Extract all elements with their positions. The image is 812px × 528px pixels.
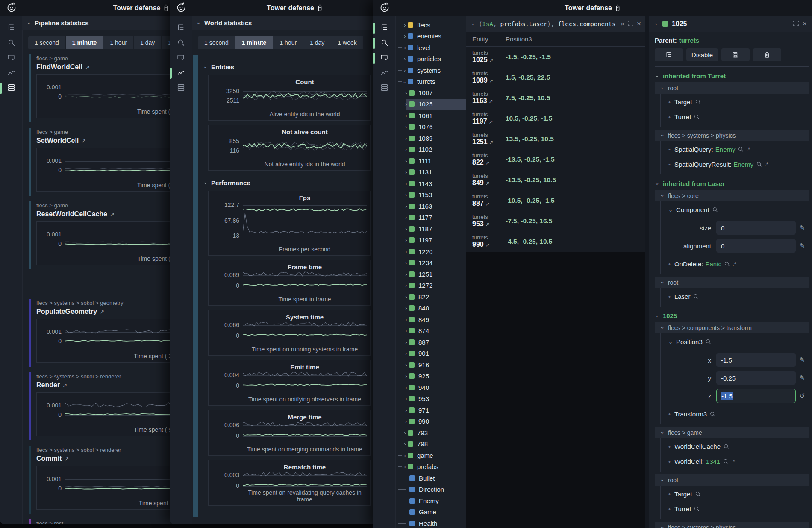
tree-item-822[interactable]: ›822 [395, 291, 466, 303]
expand-icon[interactable]: › [402, 67, 408, 74]
tree-item-Game[interactable]: Game [395, 507, 466, 518]
query-expression[interactable]: (IsA, prefabs.Laser), flecs.components [479, 21, 617, 27]
tree-item-901[interactable]: ›901 [395, 348, 466, 360]
query-icon[interactable] [377, 50, 392, 65]
clear-query-icon[interactable]: × [621, 21, 624, 27]
inspector-scope-bar[interactable]: ⌄flecs > systems > physics [655, 130, 809, 141]
tree-item-1251[interactable]: ›1251 [395, 268, 466, 280]
expand-icon[interactable]: › [403, 226, 409, 232]
search-icon[interactable] [723, 459, 729, 465]
tree-item-1025[interactable]: ›1025 [395, 99, 466, 110]
time-range-1-hour[interactable]: 1 hour [103, 36, 134, 49]
tree-icon[interactable] [377, 20, 392, 35]
close-panel-icon[interactable]: × [803, 20, 807, 27]
chart-icon[interactable] [377, 65, 392, 80]
expand-icon[interactable]: › [403, 305, 409, 311]
expand-icon[interactable]: › [403, 384, 409, 391]
stats-icon[interactable] [377, 80, 392, 95]
entity-link-1251[interactable]: turrets1251↗ [466, 132, 506, 146]
expand-icon[interactable]: › [403, 192, 409, 198]
expand-icon[interactable]: › [403, 248, 409, 255]
tree-item-840[interactable]: ›840 [395, 303, 466, 314]
tree-item-887[interactable]: ›887 [395, 336, 466, 348]
x-input[interactable]: -1.5 [716, 353, 796, 367]
expand-icon[interactable]: › [403, 90, 409, 96]
component-value-link[interactable]: Enemy [733, 161, 753, 168]
tree-item-1089[interactable]: ›1089 [395, 133, 466, 144]
save-button[interactable] [721, 48, 750, 61]
tree-item-Direction[interactable]: Direction [395, 484, 466, 496]
expand-icon[interactable]: › [403, 180, 409, 187]
search-icon[interactable] [710, 411, 715, 417]
tree-item-turrets[interactable]: ⌄turrets [395, 76, 466, 88]
expand-icon[interactable]: › [403, 203, 409, 209]
tree-item-game[interactable]: ›game [395, 450, 466, 461]
entity-link-953[interactable]: turrets953↗ [466, 214, 506, 228]
edit-pencil-icon[interactable]: ✎ [796, 356, 809, 364]
expand-icon[interactable]: › [403, 237, 409, 243]
tree-item-1272[interactable]: ›1272 [395, 280, 466, 292]
tree-item-1234[interactable]: ›1234 [395, 257, 466, 269]
tree-item-flecs[interactable]: ›flecs [395, 19, 466, 31]
entity-link-1197[interactable]: turrets1197↗ [466, 112, 506, 125]
time-range-1-second[interactable]: 1 second [28, 36, 66, 49]
search-icon[interactable] [756, 162, 762, 168]
search-icon[interactable] [695, 491, 701, 497]
tree-item-1102[interactable]: ›1102 [395, 144, 466, 156]
inspector-group-inherited-from-laser[interactable]: ⌄inherited from Laser [655, 180, 809, 187]
delete-button[interactable] [753, 48, 781, 61]
expand-icon[interactable]: › [403, 169, 409, 175]
component-value-link[interactable]: 1341 [706, 458, 720, 465]
inspector-scope-bar[interactable]: ⌄flecs > components > transform [655, 322, 809, 333]
entity-link-887[interactable]: turrets887↗ [466, 194, 506, 207]
component-value-link[interactable]: Enemy [715, 146, 736, 153]
tree-item-1007[interactable]: ›1007 [395, 87, 466, 99]
expand-icon[interactable]: › [403, 146, 409, 153]
component-value-link[interactable]: Panic [705, 260, 721, 268]
expand-icon[interactable]: › [402, 56, 408, 62]
tree-item-874[interactable]: ›874 [395, 325, 466, 337]
tree-item-1220[interactable]: ›1220 [395, 246, 466, 257]
entity-link-1089[interactable]: turrets1089↗ [466, 71, 506, 84]
tree-item-1131[interactable]: ›1131 [395, 167, 466, 178]
tree-item-971[interactable]: ›971 [395, 404, 466, 416]
time-range-1-week[interactable]: 1 week [331, 36, 363, 49]
time-range-1-second[interactable]: 1 second [198, 36, 235, 49]
tree-item-1076[interactable]: ›1076 [395, 121, 466, 133]
search-icon[interactable] [694, 114, 700, 120]
time-range-1-day[interactable]: 1 day [303, 36, 331, 49]
expand-icon[interactable]: › [403, 135, 409, 142]
edit-pencil-icon[interactable]: ✎ [796, 224, 809, 232]
tree-item-systems[interactable]: ›systems [395, 65, 466, 76]
expand-icon[interactable]: › [403, 214, 409, 221]
chevron-down-icon[interactable]: ⌄ [654, 20, 659, 26]
tree-item-1163[interactable]: ›1163 [395, 201, 466, 212]
chevron-down-icon[interactable]: ⌄ [668, 339, 673, 345]
expand-icon[interactable]: › [403, 124, 409, 130]
tree-view-button[interactable] [655, 48, 683, 61]
tree-item-1187[interactable]: ›1187 [395, 223, 466, 235]
edit-pencil-icon[interactable]: ✎ [796, 242, 809, 250]
search-icon[interactable] [4, 35, 19, 50]
expand-icon[interactable]: › [403, 294, 409, 300]
tree-item-level[interactable]: ›level [395, 42, 466, 53]
search-icon[interactable] [693, 294, 699, 300]
expand-icon[interactable]: › [402, 430, 408, 436]
expand-icon[interactable]: › [402, 33, 408, 39]
expand-icon[interactable]: › [403, 418, 409, 425]
time-range-1-minute[interactable]: 1 minute [66, 36, 104, 49]
tree-item-prefabs[interactable]: ›prefabs [395, 461, 466, 473]
tree-item-1197[interactable]: ›1197 [395, 235, 466, 246]
entity-link-849[interactable]: turrets849↗ [466, 173, 506, 187]
tree-item-Health[interactable]: Health [395, 518, 466, 528]
time-range-1-hour[interactable]: 1 hour [273, 36, 303, 49]
expand-icon[interactable]: › [403, 112, 409, 119]
tree-item-925[interactable]: ›925 [395, 371, 466, 382]
inspector-group-1025[interactable]: ⌄1025 [655, 312, 809, 319]
search-icon[interactable] [695, 99, 701, 105]
expand-icon[interactable]: › [403, 407, 409, 413]
expand-icon[interactable]: › [403, 260, 409, 266]
expand-icon[interactable]: › [402, 452, 408, 459]
tree-icon[interactable] [174, 20, 188, 35]
size-input[interactable]: 0 [716, 221, 796, 235]
